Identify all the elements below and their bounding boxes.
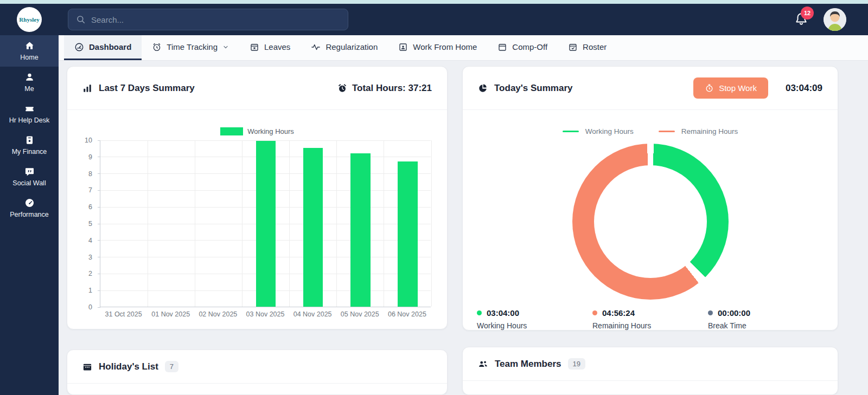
x-tick-label: 03 Nov 2025 (241, 310, 289, 318)
y-axis: 012345678910 (76, 140, 98, 307)
stat-remaining-hours: 04:56:24 Remaining Hours (592, 308, 708, 330)
y-tick-label: 2 (88, 270, 92, 277)
search-input[interactable] (91, 15, 340, 24)
sidebar-item-label: Performance (10, 211, 49, 218)
y-tick-mark (98, 140, 100, 141)
legend-label: Remaining Hours (681, 127, 738, 135)
grid-line-v (195, 140, 195, 307)
y-tick-label: 0 (88, 303, 92, 311)
sidebar-item-label: My Finance (12, 148, 47, 156)
working-hours-dot (477, 310, 482, 315)
chat-icon (24, 166, 35, 177)
brand-logo[interactable]: Rhysley (17, 7, 42, 32)
y-tick-mark (98, 307, 100, 308)
stop-work-button[interactable]: Stop Work (693, 77, 768, 99)
y-tick-mark (98, 190, 100, 191)
legend-remaining-hours[interactable]: Remaining Hours (659, 127, 738, 135)
y-tick-label: 10 (85, 137, 92, 144)
sidebar-item-me[interactable]: Me (0, 67, 59, 98)
tab-roster[interactable]: Roster (558, 35, 617, 60)
y-tick-label: 5 (88, 220, 92, 228)
bar (256, 141, 276, 307)
y-tick-mark (98, 224, 100, 224)
ticket-icon (24, 103, 35, 114)
legend-working-hours[interactable]: Working Hours (563, 127, 634, 135)
tab-comp-off[interactable]: Comp-Off (487, 35, 558, 60)
y-tick-mark (98, 207, 100, 208)
donut-hole (594, 165, 707, 278)
legend-label: Working Hours (247, 127, 294, 135)
sidebar-item-home[interactable]: Home (0, 35, 59, 67)
tab-dashboard[interactable]: Dashboard (64, 35, 142, 60)
top-accent-strip (0, 0, 868, 4)
alarm-clock-icon (337, 83, 347, 93)
bar-chart-legend[interactable]: Working Hours (67, 126, 447, 136)
card-title: Last 7 Days Summary (99, 83, 195, 94)
team-members-card: Team Members 19 (462, 347, 838, 395)
tab-label: Dashboard (89, 42, 131, 51)
grid-line-v (336, 140, 337, 307)
sidebar-item-hr-help-desk[interactable]: Hr Help Desk (0, 98, 59, 129)
x-tick-label: 06 Nov 2025 (384, 310, 431, 318)
holidays-count-badge: 7 (165, 361, 178, 372)
legend-swatch (220, 127, 243, 135)
sidebar-item-social-wall[interactable]: Social Wall (0, 161, 59, 192)
sidebar-item-label: Social Wall (12, 179, 46, 187)
card-title: Holiday's List (99, 361, 158, 372)
tab-regularization[interactable]: Regularization (301, 35, 388, 60)
avatar-illustration (824, 8, 846, 31)
team-count-badge: 19 (568, 358, 585, 370)
tab-label: Work From Home (413, 42, 477, 51)
y-tick-label: 8 (88, 170, 92, 178)
clipboard-check-icon (568, 42, 578, 52)
notification-badge: 12 (801, 7, 814, 20)
remaining-hours-dot (592, 310, 597, 315)
last-7-days-summary-card: Last 7 Days Summary Total Hours: 37:21 W… (67, 66, 448, 329)
sidebar-item-my-finance[interactable]: My Finance (0, 129, 59, 161)
home-icon (24, 41, 35, 51)
stat-label: Remaining Hours (592, 321, 708, 330)
card-title: Team Members (495, 359, 561, 370)
total-hours-label: Total Hours: 37:21 (352, 83, 432, 94)
legend-line (659, 131, 675, 132)
person-frame-icon (398, 42, 408, 52)
calendar-filled-icon (82, 362, 92, 372)
sidebar-item-performance[interactable]: Performance (0, 192, 59, 224)
grid-line-v (289, 140, 290, 307)
app-header: Rhysley 12 (0, 4, 868, 35)
stopwatch-icon (705, 83, 714, 93)
alarm-icon (152, 42, 162, 52)
user-icon (24, 72, 35, 82)
tab-time-tracking[interactable]: Time Tracking (142, 35, 239, 60)
x-tick-label: 05 Nov 2025 (336, 310, 384, 318)
break-time-dot (708, 310, 713, 315)
x-axis-labels: 31 Oct 202501 Nov 202502 Nov 202503 Nov … (100, 310, 431, 318)
legend-line (563, 131, 579, 132)
y-tick-label: 9 (88, 153, 92, 161)
main-content: Last 7 Days Summary Total Hours: 37:21 W… (59, 61, 868, 395)
stat-label: Break Time (708, 321, 824, 330)
tab-work-from-home[interactable]: Work From Home (388, 35, 487, 60)
y-tick-label: 4 (88, 237, 92, 244)
work-timer: 03:04:09 (786, 83, 822, 94)
total-hours: Total Hours: 37:21 (337, 83, 432, 94)
todays-summary-card: Today's Summary Stop Work 03:04:09 (462, 66, 838, 331)
calendar-x-icon (250, 42, 259, 52)
avatar[interactable] (824, 8, 846, 31)
bar-plot (100, 140, 431, 307)
y-tick-label: 7 (88, 186, 92, 194)
tab-leaves[interactable]: Leaves (239, 35, 301, 60)
chevron-down-icon (222, 44, 229, 50)
y-tick-mark (98, 274, 100, 274)
notifications-button[interactable]: 12 (794, 11, 809, 28)
pulse-icon (311, 42, 321, 52)
team-icon (478, 359, 488, 369)
stat-working-hours: 03:04:00 Working Hours (477, 308, 592, 330)
search-box[interactable] (68, 9, 348, 30)
y-tick-mark (98, 257, 100, 257)
bar (398, 161, 418, 307)
sidebar-item-label: Hr Help Desk (9, 116, 49, 124)
y-tick-mark (98, 173, 100, 174)
x-tick-label: 01 Nov 2025 (147, 310, 194, 318)
stat-label: Working Hours (477, 321, 592, 330)
